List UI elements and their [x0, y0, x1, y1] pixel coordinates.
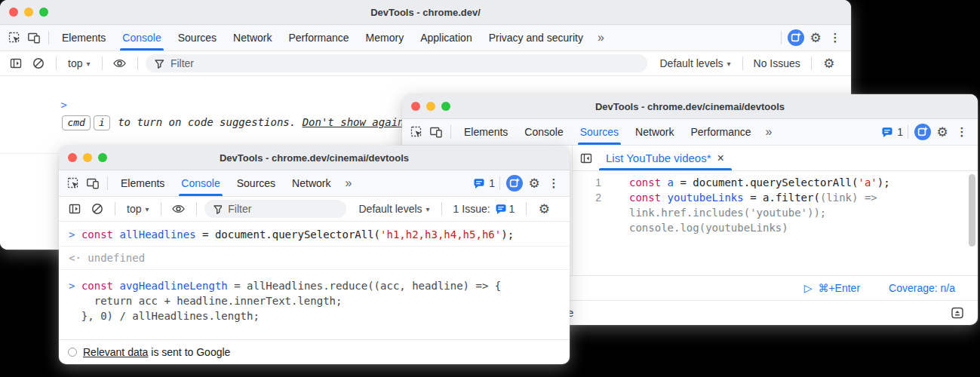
divider [115, 202, 115, 216]
ai-assistance-icon[interactable] [913, 122, 932, 142]
inspect-element-icon[interactable] [63, 173, 83, 193]
settings-gear-icon[interactable]: ⚙ [806, 28, 825, 48]
filter-input[interactable] [169, 57, 640, 70]
zoom-window-button[interactable] [39, 8, 48, 17]
filter-box [146, 54, 647, 72]
console-toolbar: top ▾ Default levels ▾ 1 Issue: 1 ⚙ [59, 197, 570, 222]
relevant-data-link[interactable]: Relevant data [83, 346, 148, 358]
title-bar: DevTools - chrome.dev/cinemai/devtools [402, 94, 978, 119]
expand-drawer-eject-icon[interactable] [948, 303, 967, 323]
ai-assistance-icon[interactable] [786, 28, 806, 48]
issues-counter-icon [495, 203, 507, 215]
tab-network[interactable]: Network [225, 25, 280, 51]
code-editor[interactable]: 1 const a = document.querySelectorAll('a… [573, 171, 978, 275]
javascript-context-selector[interactable]: top ▾ [64, 57, 94, 69]
settings-gear-icon[interactable]: ⚙ [932, 122, 952, 142]
tab-application[interactable]: Application [412, 25, 481, 51]
clear-console-icon[interactable] [29, 54, 48, 73]
tab-memory[interactable]: Memory [358, 25, 413, 51]
tab-sources[interactable]: Sources [572, 119, 627, 145]
minimize-window-button[interactable] [83, 153, 92, 162]
issues-counter-icon[interactable] [880, 122, 895, 142]
issues-count[interactable]: 1 [897, 126, 903, 138]
tab-performance[interactable]: Performance [682, 119, 759, 145]
filter-funnel-icon [212, 203, 223, 216]
tab-elements[interactable]: Elements [456, 119, 516, 145]
tab-privacy-security[interactable]: Privacy and security [481, 25, 591, 51]
device-toolbar-icon[interactable] [426, 122, 446, 142]
tab-console[interactable]: Console [173, 170, 228, 196]
close-window-button[interactable] [68, 153, 77, 162]
divider [450, 125, 451, 139]
divider [102, 57, 103, 70]
traffic-lights [68, 146, 107, 170]
devtools-tab-bar: Elements Console Sources Network Perform… [0, 25, 851, 51]
window-title: DevTools - chrome.dev/cinemai/devtools [402, 101, 978, 112]
tab-network[interactable]: Network [627, 119, 682, 145]
file-tab-strip: List YouTube videos* × [573, 146, 978, 171]
code-line-wrapped: console.log(youtubeLinks) [573, 220, 978, 235]
tab-elements[interactable]: Elements [112, 170, 173, 196]
close-window-button[interactable] [411, 102, 420, 111]
default-levels-selector[interactable]: Default levels ▾ [355, 203, 434, 215]
devtools-window-console: DevTools - chrome.dev/cinemai/devtools E… [59, 146, 570, 364]
clear-console-icon[interactable] [88, 199, 107, 219]
play-icon: ▷ [804, 282, 813, 294]
editor-scrollbar[interactable] [969, 174, 975, 247]
zoom-window-button[interactable] [441, 102, 450, 111]
console-toolbar: top ▾ Default levels ▾ No Issues ⚙ [0, 51, 851, 76]
line-number: 1 [573, 175, 609, 190]
minimize-window-button[interactable] [426, 102, 435, 111]
editor-pane: List YouTube videos* × 1 const a = docum… [573, 146, 978, 275]
issues-counter-icon[interactable] [472, 173, 487, 193]
tab-sources[interactable]: Sources [229, 170, 284, 196]
live-expression-eye-icon[interactable] [110, 54, 130, 73]
more-tabs-icon[interactable]: » [339, 176, 357, 190]
minimize-window-button[interactable] [24, 8, 33, 17]
more-tabs-icon[interactable]: » [591, 31, 610, 44]
devtools-tab-bar: Elements Console Sources Network Perform… [402, 119, 978, 146]
chevron-down-icon: ▾ [145, 205, 149, 213]
inspect-element-icon[interactable] [407, 122, 426, 142]
inspect-element-icon[interactable] [5, 28, 24, 48]
chevron-down-icon: ▾ [86, 60, 90, 68]
issues-count: 1 [509, 203, 515, 215]
tab-console[interactable]: Console [114, 25, 169, 51]
hide-navigator-icon[interactable] [576, 149, 596, 168]
tab-elements[interactable]: Elements [54, 25, 114, 51]
dont-show-again-link[interactable]: Don't show again [303, 116, 404, 128]
tab-console[interactable]: Console [516, 119, 571, 145]
console-sidebar-toggle-icon[interactable] [6, 54, 26, 73]
tab-network[interactable]: Network [284, 170, 339, 196]
kebab-menu-icon[interactable]: ⋮ [825, 28, 845, 48]
run-snippet-button[interactable]: ▷ ⌘+Enter [804, 282, 860, 294]
close-window-button[interactable] [9, 8, 18, 17]
console-settings-gear-icon[interactable]: ⚙ [819, 54, 839, 73]
settings-gear-icon[interactable]: ⚙ [524, 173, 544, 193]
filter-input[interactable] [226, 202, 338, 216]
i-keycap: i [94, 115, 110, 130]
default-levels-selector[interactable]: Default levels ▾ [656, 57, 735, 69]
traffic-lights [9, 0, 48, 24]
file-tab-list-youtube-videos[interactable]: List YouTube videos* × [599, 146, 732, 170]
close-tab-icon[interactable]: × [717, 152, 724, 165]
console-sidebar-toggle-icon[interactable] [65, 199, 84, 219]
issues-count[interactable]: 1 [489, 177, 495, 189]
more-tabs-icon[interactable]: » [760, 125, 778, 139]
tab-performance[interactable]: Performance [280, 25, 357, 51]
divider [107, 176, 108, 190]
kebab-menu-icon[interactable]: ⋮ [544, 173, 564, 193]
tab-sources[interactable]: Sources [170, 25, 225, 51]
kebab-menu-icon[interactable]: ⋮ [952, 122, 972, 142]
console-settings-gear-icon[interactable]: ⚙ [534, 199, 554, 219]
live-expression-eye-icon[interactable] [169, 199, 189, 219]
javascript-context-selector[interactable]: top ▾ [123, 203, 153, 215]
zoom-window-button[interactable] [98, 153, 107, 162]
issues-status[interactable]: No Issues [751, 57, 803, 69]
device-toolbar-icon[interactable] [24, 28, 44, 48]
issues-status[interactable]: 1 Issue: 1 [450, 203, 519, 215]
ai-assistance-icon[interactable] [505, 173, 524, 193]
device-toolbar-icon[interactable] [83, 173, 103, 193]
console-messages[interactable]: > const allHeadlines = document.querySel… [59, 222, 570, 339]
coverage-link[interactable]: Coverage: n/a [889, 282, 955, 294]
